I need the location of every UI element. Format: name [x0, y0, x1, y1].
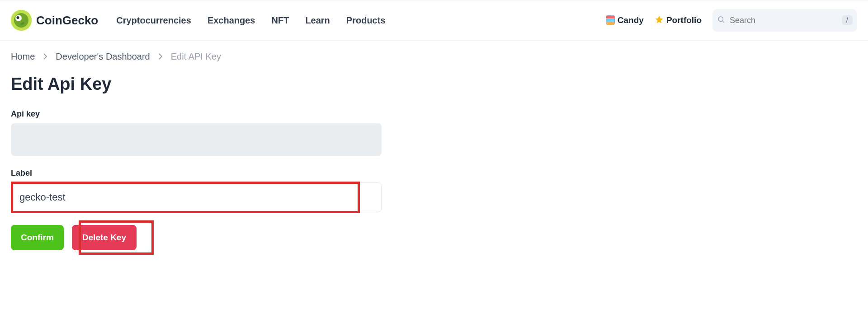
delete-key-button[interactable]: Delete Key [72, 225, 137, 250]
primary-nav: Cryptocurrencies Exchanges NFT Learn Pro… [116, 15, 385, 26]
search-icon [717, 15, 725, 25]
brand-name: CoinGecko [36, 14, 98, 28]
portfolio-label: Portfolio [666, 15, 702, 25]
candy-link[interactable]: Candy [606, 15, 644, 25]
page-content: Home Developer's Dashboard Edit API Key … [0, 41, 868, 261]
star-icon [655, 15, 664, 26]
svg-line-5 [722, 21, 724, 22]
label-input[interactable] [11, 182, 382, 212]
svg-point-3 [17, 16, 19, 19]
portfolio-link[interactable]: Portfolio [655, 15, 702, 26]
top-nav: CoinGecko Cryptocurrencies Exchanges NFT… [0, 0, 868, 41]
label-field-label: Label [11, 168, 382, 178]
edit-api-key-form: Api key Label Confirm Delete Key [11, 109, 382, 250]
candy-label: Candy [618, 15, 644, 25]
search-input[interactable] [730, 16, 837, 25]
nav-right: Candy Portfolio / [606, 9, 857, 32]
crumb-dev-dashboard[interactable]: Developer's Dashboard [56, 51, 150, 62]
crumb-current: Edit API Key [171, 51, 221, 62]
candy-jar-icon [606, 15, 615, 25]
nav-nft[interactable]: NFT [271, 15, 289, 26]
search-box[interactable]: / [712, 9, 857, 32]
svg-point-1 [14, 13, 28, 28]
search-kbd-hint: / [842, 15, 853, 25]
api-key-field-label: Api key [11, 109, 382, 119]
api-key-input [11, 123, 382, 156]
nav-products[interactable]: Products [346, 15, 386, 26]
brand-link[interactable]: CoinGecko [11, 10, 98, 31]
confirm-button[interactable]: Confirm [11, 225, 64, 250]
coingecko-logo-icon [11, 10, 32, 31]
nav-exchanges[interactable]: Exchanges [208, 15, 255, 26]
chevron-right-icon [43, 51, 47, 62]
chevron-right-icon [158, 51, 163, 62]
breadcrumb: Home Developer's Dashboard Edit API Key [11, 51, 857, 62]
nav-cryptocurrencies[interactable]: Cryptocurrencies [116, 15, 191, 26]
nav-learn[interactable]: Learn [305, 15, 330, 26]
crumb-home[interactable]: Home [11, 51, 35, 62]
svg-point-4 [718, 17, 723, 22]
page-title: Edit Api Key [11, 75, 857, 94]
